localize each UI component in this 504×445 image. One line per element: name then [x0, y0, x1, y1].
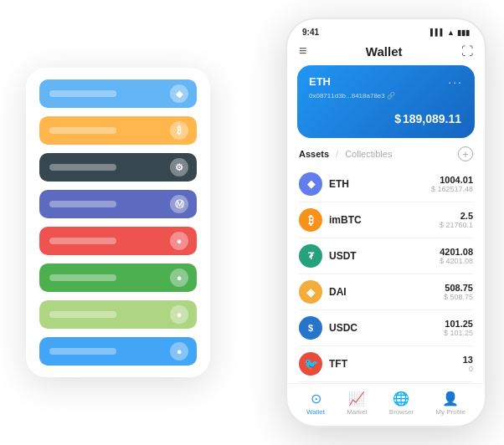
phone-mockup: 9:41 ▌▌▌ ▲ ▮▮▮ ≡ Wallet ⛶ ETH ··· 0x0871… [285, 18, 486, 427]
profile-nav-label: My Profile [435, 408, 465, 416]
strip-icon-4: Ⓜ [170, 195, 188, 213]
wifi-icon: ▲ [447, 28, 455, 37]
eth-icon: ◆ [299, 172, 322, 196]
battery-icon: ▮▮▮ [457, 28, 470, 37]
wallet-address: 0x08711d3b...8418a78e3 🔗 [309, 92, 463, 100]
usdt-name: USDT [329, 250, 440, 262]
wallet-nav-icon: ⊙ [311, 391, 321, 407]
usdc-amounts: 101.25 $ 101.25 [444, 319, 473, 337]
strip-label-5 [49, 238, 116, 244]
phone-header: ≡ Wallet ⛶ [287, 40, 485, 65]
asset-row-imbtc[interactable]: ₿ imBTC 2.5 $ 21760.1 [299, 202, 473, 238]
strip-7: ● [39, 300, 197, 329]
usdt-usd: $ 4201.08 [440, 257, 473, 265]
usdt-amounts: 4201.08 $ 4201.08 [440, 247, 473, 265]
status-bar: 9:41 ▌▌▌ ▲ ▮▮▮ [287, 19, 485, 40]
bottom-nav: ⊙ Wallet 📈 Market 🌐 Browser 👤 My Profile [287, 383, 485, 426]
imbtc-name: imBTC [329, 214, 440, 226]
strip-icon-3: ⚙ [170, 158, 188, 176]
usdc-icon: $ [299, 316, 322, 340]
strip-5: ● [39, 227, 197, 255]
imbtc-amounts: 2.5 $ 21760.1 [440, 211, 473, 229]
tab-assets[interactable]: Assets [299, 149, 329, 159]
strip-1: ◆ [39, 79, 197, 108]
tft-usd: 0 [463, 365, 473, 373]
imbtc-usd: $ 21760.1 [440, 221, 473, 229]
nav-profile[interactable]: 👤 My Profile [435, 391, 465, 416]
page-title: Wallet [366, 44, 403, 59]
strip-2: ₿ [39, 116, 197, 145]
wallet-balance: $189,089.11 [309, 106, 463, 128]
browser-nav-icon: 🌐 [393, 391, 409, 407]
asset-row-eth[interactable]: ◆ ETH 1004.01 $ 162517.48 [299, 166, 473, 202]
add-asset-button[interactable]: + [458, 146, 473, 161]
status-icons: ▌▌▌ ▲ ▮▮▮ [430, 28, 470, 37]
wallet-nav-label: Wallet [306, 408, 325, 416]
dai-amount: 508.75 [444, 283, 473, 293]
assets-header: Assets / Collectibles + [287, 146, 485, 166]
signal-icon: ▌▌▌ [430, 28, 445, 36]
assets-tabs: Assets / Collectibles [299, 149, 392, 159]
eth-name: ETH [329, 178, 431, 190]
imbtc-amount: 2.5 [440, 211, 473, 221]
dai-amounts: 508.75 $ 508.75 [444, 283, 473, 301]
background-card: ◆ ₿ ⚙ Ⓜ ● ● ● ● [26, 68, 210, 377]
strip-icon-5: ● [170, 232, 188, 250]
status-time: 9:41 [302, 28, 319, 37]
strip-6: ● [39, 263, 197, 292]
market-nav-icon: 📈 [348, 391, 365, 407]
strip-icon-6: ● [170, 269, 188, 287]
tft-amount: 13 [463, 355, 473, 365]
tab-slash: / [336, 149, 338, 159]
eth-amount: 1004.01 [431, 175, 473, 185]
asset-row-usdt[interactable]: ₮ USDT 4201.08 $ 4201.08 [299, 238, 473, 274]
strip-label-8 [49, 348, 116, 355]
asset-row-dai[interactable]: ◈ DAI 508.75 $ 508.75 [299, 274, 473, 310]
strip-label-6 [49, 274, 116, 281]
strip-label-7 [49, 311, 116, 318]
strip-icon-7: ● [170, 305, 188, 324]
market-nav-label: Market [347, 408, 367, 416]
imbtc-icon: ₿ [299, 208, 322, 232]
strip-label-2 [49, 127, 116, 134]
strip-8: ● [39, 337, 197, 366]
usdt-icon: ₮ [299, 244, 322, 268]
strip-icon-2: ₿ [170, 121, 188, 140]
usdc-name: USDC [329, 322, 444, 334]
nav-wallet[interactable]: ⊙ Wallet [306, 391, 325, 416]
strip-label-1 [49, 90, 116, 97]
asset-row-tft[interactable]: 🐦 TFT 13 0 [299, 346, 473, 382]
dai-name: DAI [329, 286, 444, 298]
usdt-amount: 4201.08 [440, 247, 473, 257]
strip-icon-8: ● [170, 342, 188, 361]
wallet-card[interactable]: ETH ··· 0x08711d3b...8418a78e3 🔗 $189,08… [297, 65, 475, 138]
wallet-more-button[interactable]: ··· [448, 75, 463, 89]
strip-label-3 [49, 164, 116, 171]
wallet-card-top: ETH ··· [309, 75, 463, 89]
menu-icon[interactable]: ≡ [299, 43, 306, 59]
nav-market[interactable]: 📈 Market [347, 391, 367, 416]
expand-icon[interactable]: ⛶ [461, 44, 473, 58]
profile-nav-icon: 👤 [442, 391, 459, 407]
eth-usd: $ 162517.48 [431, 185, 473, 193]
strip-label-4 [49, 201, 116, 207]
asset-row-usdc[interactable]: $ USDC 101.25 $ 101.25 [299, 310, 473, 346]
tft-icon: 🐦 [299, 352, 322, 376]
scene: ◆ ₿ ⚙ Ⓜ ● ● ● ● [18, 13, 486, 432]
eth-amounts: 1004.01 $ 162517.48 [431, 175, 473, 193]
asset-list: ◆ ETH 1004.01 $ 162517.48 ₿ imBTC 2.5 $ … [287, 166, 485, 383]
balance-currency-symbol: $ [394, 112, 401, 125]
dai-usd: $ 508.75 [444, 293, 473, 301]
wallet-coin-label: ETH [309, 75, 331, 88]
tab-collectibles[interactable]: Collectibles [345, 149, 392, 159]
tft-amounts: 13 0 [463, 355, 473, 373]
browser-nav-label: Browser [389, 408, 414, 416]
strip-icon-1: ◆ [170, 84, 188, 103]
balance-amount: 189,089.11 [403, 112, 461, 125]
strip-4: Ⓜ [39, 190, 197, 218]
strip-3: ⚙ [39, 153, 197, 182]
tft-name: TFT [329, 358, 463, 370]
dai-icon: ◈ [299, 280, 322, 304]
usdc-amount: 101.25 [444, 319, 473, 329]
nav-browser[interactable]: 🌐 Browser [389, 391, 414, 416]
